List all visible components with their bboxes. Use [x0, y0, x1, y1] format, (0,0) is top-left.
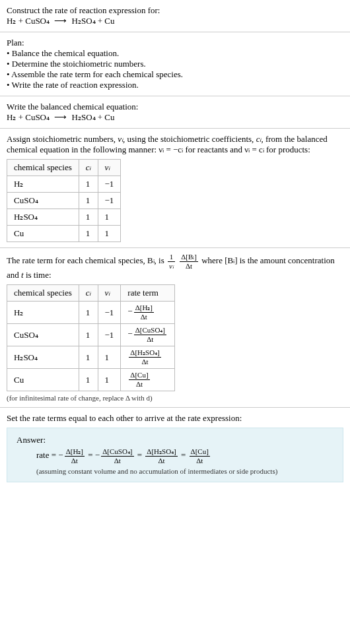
nui-label: νᵢ — [105, 288, 110, 298]
cell-nui: 1 — [98, 346, 121, 369]
numer: Δ[Cu] — [129, 371, 149, 380]
cell-ci: 1 — [79, 226, 98, 242]
cell-nui: −1 — [98, 176, 121, 193]
frac: Δ[H₂SO₄]Δt — [129, 349, 160, 366]
table-row: H₂SO₄ 1 1 — [7, 209, 121, 226]
stoich-table: chemical species cᵢ νᵢ H₂ 1 −1 CuSO₄ 1 −… — [7, 159, 121, 242]
ci-label: cᵢ — [86, 162, 91, 172]
answer-heading: Set the rate terms equal to each other t… — [7, 413, 343, 424]
eq-rhs: H₂SO₄ + Cu — [72, 16, 115, 26]
numer: 1 — [168, 253, 175, 262]
table-row: H₂SO₄ 1 1 Δ[H₂SO₄]Δt — [7, 346, 175, 369]
numer: Δ[CuSO₄] — [101, 448, 133, 457]
col-ci: cᵢ — [79, 285, 98, 302]
answer-label: Answer: — [17, 435, 333, 445]
numer: Δ[Cu] — [190, 448, 210, 457]
arrow-icon: ⟶ — [54, 16, 67, 26]
denom: Δt — [101, 457, 133, 465]
denom: Δt — [129, 380, 149, 388]
term-cu: Δ[Cu]Δt — [190, 448, 210, 465]
cell-ci: 1 — [79, 302, 98, 324]
plan-item-1: • Balance the chemical equation. — [7, 48, 343, 59]
cell-species: CuSO₄ — [7, 193, 79, 209]
eq-rhs: H₂SO₄ + Cu — [72, 112, 115, 122]
section-plan: Plan: • Balance the chemical equation. •… — [0, 32, 350, 96]
section-balanced: Write the balanced chemical equation: H₂… — [0, 96, 350, 129]
section-answer: Set the rate terms equal to each other t… — [0, 408, 350, 488]
cell-nui: 1 — [98, 209, 121, 226]
denom: Δt — [65, 457, 85, 465]
cell-nui: −1 — [98, 302, 121, 324]
section-prompt: Construct the rate of reaction expressio… — [0, 0, 350, 32]
nu-i: νᵢ — [118, 134, 123, 144]
cell-species: Cu — [7, 369, 79, 391]
table-row: Cu 1 1 — [7, 226, 121, 242]
cell-ci: 1 — [79, 324, 98, 346]
eq-lhs: H₂ + CuSO₄ — [7, 112, 50, 122]
plan-item-2: • Determine the stoichiometric numbers. — [7, 59, 343, 69]
cell-rate-term: −Δ[CuSO₄]Δt — [121, 324, 175, 346]
table-header-row: chemical species cᵢ νᵢ — [7, 160, 121, 176]
table-row: H₂ 1 −1 — [7, 176, 121, 193]
cell-rate-term: Δ[H₂SO₄]Δt — [121, 346, 175, 369]
relation-reactants: νᵢ = −cᵢ — [158, 145, 183, 154]
cell-species: H₂ — [7, 302, 79, 324]
col-species: chemical species — [7, 160, 79, 176]
stoich-intro: Assign stoichiometric numbers, νᵢ, using… — [7, 134, 343, 155]
cell-rate-term: −Δ[H₂]Δt — [121, 302, 175, 324]
frac: Δ[CuSO₄]Δt — [134, 327, 166, 343]
plan-heading: Plan: — [7, 38, 343, 48]
nui-label: νᵢ — [105, 162, 110, 172]
text: The rate term for each chemical species,… — [7, 255, 166, 265]
table-row: Cu 1 1 Δ[Cu]Δt — [7, 369, 175, 391]
nui: νᵢ — [169, 262, 174, 270]
numer: Δ[Bᵢ] — [180, 253, 198, 262]
arrow-icon: ⟶ — [54, 112, 67, 123]
delta-note: (for infinitesimal rate of change, repla… — [7, 394, 343, 402]
cell-species: H₂SO₄ — [7, 346, 79, 369]
cell-ci: 1 — [79, 209, 98, 226]
table-header-row: chemical species cᵢ νᵢ rate term — [7, 285, 175, 302]
section-rate-terms: The rate term for each chemical species,… — [0, 248, 350, 408]
numer: Δ[H₂] — [65, 448, 85, 457]
equals: = — [181, 450, 188, 460]
cell-nui: 1 — [98, 369, 121, 391]
term-h2so4: Δ[H₂SO₄]Δt — [145, 448, 177, 465]
denom: Δt — [145, 457, 177, 465]
plan-item-4: • Write the rate of reaction expression. — [7, 80, 343, 90]
cell-ci: 1 — [79, 193, 98, 209]
cell-nui: −1 — [98, 193, 121, 209]
reaction-equation: H₂ + CuSO₄ ⟶ H₂SO₄ + Cu — [7, 16, 343, 26]
frac-one-over-nu: 1 νᵢ — [168, 253, 175, 270]
term-h2: Δ[H₂]Δt — [65, 448, 85, 465]
neg: − — [95, 450, 100, 460]
term-cuso4: Δ[CuSO₄]Δt — [101, 448, 133, 465]
cell-species: H₂ — [7, 176, 79, 193]
rate-expression: rate = −Δ[H₂]Δt = −Δ[CuSO₄]Δt = Δ[H₂SO₄]… — [17, 448, 333, 465]
text: , using the stoichiometric coefficients, — [123, 134, 256, 144]
denom: νᵢ — [168, 262, 175, 270]
sign: − — [127, 306, 132, 316]
relation-products: νᵢ = cᵢ — [244, 145, 263, 154]
col-ci: cᵢ — [79, 160, 98, 176]
col-species: chemical species — [7, 285, 79, 302]
cell-nui: −1 — [98, 324, 121, 346]
rate-label: rate = — [36, 450, 58, 460]
cell-species: H₂SO₄ — [7, 209, 79, 226]
cell-species: CuSO₄ — [7, 324, 79, 346]
numer: Δ[H₂] — [134, 304, 154, 313]
sign: − — [127, 329, 132, 338]
denom: Δt — [190, 457, 210, 465]
table-row: H₂ 1 −1 −Δ[H₂]Δt — [7, 302, 175, 324]
neg: − — [58, 450, 63, 460]
denom: Δt — [180, 262, 198, 270]
frac: Δ[H₂]Δt — [134, 304, 154, 321]
cell-rate-term: Δ[Cu]Δt — [121, 369, 175, 391]
cell-ci: 1 — [79, 346, 98, 369]
ci-label: cᵢ — [86, 288, 91, 298]
text: for reactants and — [183, 145, 244, 154]
equals: = — [88, 450, 95, 460]
text: Assign stoichiometric numbers, — [7, 134, 118, 144]
col-nui: νᵢ — [98, 285, 121, 302]
rate-term-table: chemical species cᵢ νᵢ rate term H₂ 1 −1… — [7, 284, 175, 391]
